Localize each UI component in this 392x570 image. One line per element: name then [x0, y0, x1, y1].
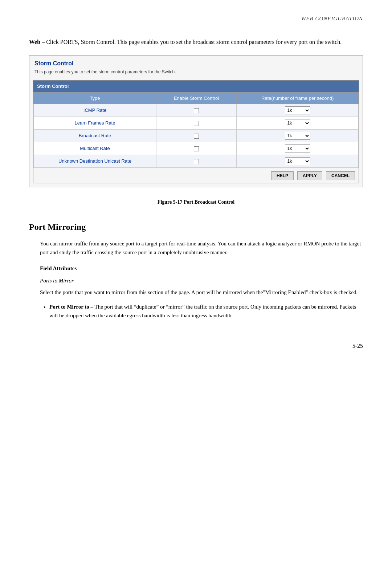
- figure-caption-text: Figure 5-17 Port Broadcast Control: [158, 199, 234, 205]
- page-number: 5-25: [29, 342, 363, 350]
- row-type-0: ICMP Rate: [34, 104, 156, 117]
- row-checkbox-cell-2[interactable]: [156, 130, 236, 142]
- figure-caption: Figure 5-17 Port Broadcast Control: [29, 198, 363, 206]
- bullet-bold: Port to Mirror to: [49, 304, 89, 310]
- rate-select-4[interactable]: 1k2k4k8k16k32k64k: [285, 157, 310, 165]
- table-row: ICMP Rate1k2k4k8k16k32k64k: [34, 104, 359, 117]
- ports-to-mirror-label: Ports to Mirror: [40, 276, 363, 285]
- enable-checkbox-1[interactable]: [194, 121, 199, 126]
- row-checkbox-cell-3[interactable]: [156, 142, 236, 155]
- cancel-button[interactable]: CANCEL: [326, 171, 355, 180]
- header-title: WEB CONFIGURATION: [301, 16, 363, 21]
- table-row: Multicast Rate1k2k4k8k16k32k64k: [34, 142, 359, 155]
- port-mirroring-body: You can mirror traffic from any source p…: [29, 239, 363, 320]
- buttons-row: HELP APPLY CANCEL: [33, 168, 359, 183]
- intro-body: – Click PORTS, Storm Control. This page …: [40, 39, 342, 45]
- rate-select-1[interactable]: 1k2k4k8k16k32k64k: [285, 119, 310, 127]
- enable-checkbox-0[interactable]: [194, 108, 199, 113]
- storm-control-box: Storm Control This page enables you to s…: [29, 55, 363, 187]
- page-header: WEB CONFIGURATION: [29, 15, 363, 23]
- bullet-text: – The port that will “duplicate” or “mir…: [49, 304, 356, 318]
- ports-to-mirror-desc: Select the ports that you want to mirror…: [40, 288, 363, 297]
- col-enable: Enable Storm Control: [156, 92, 236, 104]
- row-rate-cell-2[interactable]: 1k2k4k8k16k32k64k: [237, 130, 359, 142]
- row-checkbox-cell-1[interactable]: [156, 117, 236, 130]
- bullet-list: Port to Mirror to – The port that will “…: [40, 302, 363, 320]
- storm-control-box-header: Storm Control This page enables you to s…: [29, 56, 363, 77]
- storm-table-section-header: Storm Control: [33, 81, 359, 92]
- rate-select-3[interactable]: 1k2k4k8k16k32k64k: [285, 144, 310, 152]
- help-button[interactable]: HELP: [271, 171, 294, 180]
- row-checkbox-cell-4[interactable]: [156, 155, 236, 168]
- intro-bold: Web: [29, 39, 40, 45]
- storm-table: Type Enable Storm Control Rate(number of…: [33, 92, 359, 168]
- col-type: Type: [34, 92, 156, 104]
- table-row: Unknown Destination Unicast Rate1k2k4k8k…: [34, 155, 359, 168]
- storm-table-wrapper: Storm Control Type Enable Storm Control …: [33, 80, 359, 183]
- row-type-4: Unknown Destination Unicast Rate: [34, 155, 156, 168]
- storm-table-header-row: Type Enable Storm Control Rate(number of…: [34, 92, 359, 104]
- row-rate-cell-4[interactable]: 1k2k4k8k16k32k64k: [237, 155, 359, 168]
- intro-text: Web – Click PORTS, Storm Control. This p…: [29, 37, 363, 47]
- row-rate-cell-0[interactable]: 1k2k4k8k16k32k64k: [237, 104, 359, 117]
- field-attributes-title: Field Attributes: [40, 264, 363, 273]
- row-checkbox-cell-0[interactable]: [156, 104, 236, 117]
- enable-checkbox-2[interactable]: [194, 134, 199, 139]
- enable-checkbox-3[interactable]: [194, 146, 199, 151]
- apply-button[interactable]: APPLY: [297, 171, 322, 180]
- storm-table-head: Type Enable Storm Control Rate(number of…: [34, 92, 359, 104]
- row-type-2: Broadcast Rate: [34, 130, 156, 142]
- enable-checkbox-4[interactable]: [194, 159, 199, 164]
- list-item: Port to Mirror to – The port that will “…: [49, 302, 363, 320]
- storm-control-subtitle: This page enables you to set the storm c…: [34, 69, 358, 75]
- rate-select-2[interactable]: 1k2k4k8k16k32k64k: [285, 132, 310, 140]
- row-type-1: Learn Frames Rate: [34, 117, 156, 130]
- rate-select-0[interactable]: 1k2k4k8k16k32k64k: [285, 106, 310, 114]
- table-row: Broadcast Rate1k2k4k8k16k32k64k: [34, 130, 359, 142]
- table-row: Learn Frames Rate1k2k4k8k16k32k64k: [34, 117, 359, 130]
- port-mirroring-desc: You can mirror traffic from any source p…: [40, 239, 363, 257]
- row-type-3: Multicast Rate: [34, 142, 156, 155]
- storm-table-body: ICMP Rate1k2k4k8k16k32k64kLearn Frames R…: [34, 104, 359, 168]
- port-mirroring-title: Port Mirroring: [29, 220, 363, 233]
- row-rate-cell-1[interactable]: 1k2k4k8k16k32k64k: [237, 117, 359, 130]
- col-rate: Rate(number of frame per second): [237, 92, 359, 104]
- row-rate-cell-3[interactable]: 1k2k4k8k16k32k64k: [237, 142, 359, 155]
- storm-control-title: Storm Control: [34, 59, 358, 68]
